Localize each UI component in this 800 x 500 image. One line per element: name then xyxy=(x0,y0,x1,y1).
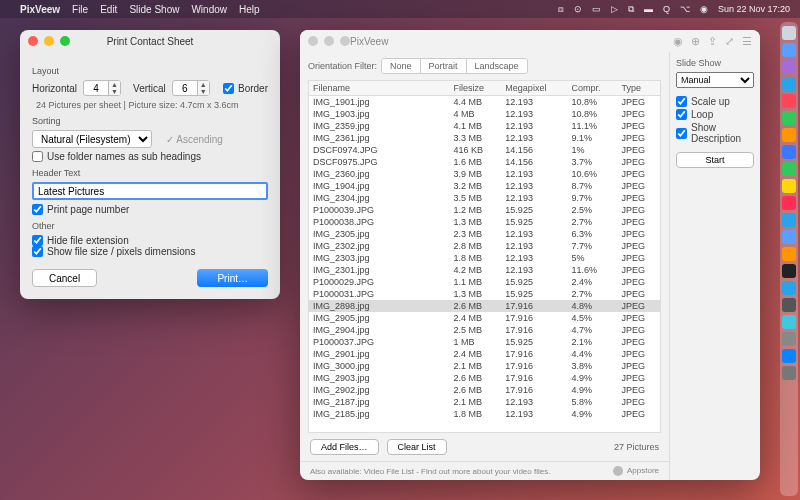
menu-window[interactable]: Window xyxy=(191,4,227,15)
border-checkbox-input[interactable] xyxy=(223,83,234,94)
dock[interactable] xyxy=(780,22,798,496)
dock-app-icon[interactable] xyxy=(782,26,796,40)
minimize-button[interactable] xyxy=(324,36,334,46)
table-row[interactable]: IMG_2904.jpg2.5 MB17.9164.7%JPEG xyxy=(309,324,660,336)
table-row[interactable]: IMG_2305.jpg2.3 MB12.1936.3%JPEG xyxy=(309,228,660,240)
clock[interactable]: Sun 22 Nov 17:20 xyxy=(718,4,790,14)
menu-slideshow[interactable]: Slide Show xyxy=(129,4,179,15)
dock-app-icon[interactable] xyxy=(782,281,796,295)
play-icon[interactable]: ▷ xyxy=(611,4,618,14)
zoom-button[interactable] xyxy=(340,36,350,46)
print-button[interactable]: Print… xyxy=(197,269,268,287)
dock-app-icon[interactable] xyxy=(782,315,796,329)
col-compr.[interactable]: Compr. xyxy=(568,81,618,96)
menu-app[interactable]: PixVeew xyxy=(20,4,60,15)
siri-icon[interactable]: ◉ xyxy=(700,4,708,14)
subheadings-checkbox-input[interactable] xyxy=(32,151,43,162)
dock-app-icon[interactable] xyxy=(782,111,796,125)
menu-edit[interactable]: Edit xyxy=(100,4,117,15)
dock-app-icon[interactable] xyxy=(782,145,796,159)
scaleup-checkbox[interactable]: Scale up xyxy=(676,96,754,107)
col-megapixel[interactable]: Megapixel xyxy=(501,81,567,96)
table-row[interactable]: IMG_2359.jpg4.1 MB12.19311.1%JPEG xyxy=(309,120,660,132)
expand-icon[interactable]: ⤢ xyxy=(725,35,734,48)
dock-app-icon[interactable] xyxy=(782,264,796,278)
table-row[interactable]: P1000031.JPG1.3 MB15.9252.7%JPEG xyxy=(309,288,660,300)
table-row[interactable]: IMG_2301.jpg4.2 MB12.19311.6%JPEG xyxy=(309,264,660,276)
cancel-button[interactable]: Cancel xyxy=(32,269,97,287)
menu-help[interactable]: Help xyxy=(239,4,260,15)
dropbox-icon[interactable]: ⧈ xyxy=(558,4,564,15)
status-icon[interactable]: ⊙ xyxy=(574,4,582,14)
col-filesize[interactable]: Filesize xyxy=(449,81,501,96)
control-center-icon[interactable]: ⌥ xyxy=(680,4,690,14)
pagenum-checkbox-input[interactable] xyxy=(32,204,43,215)
dock-app-icon[interactable] xyxy=(782,162,796,176)
eye-icon[interactable]: ◉ xyxy=(673,35,683,48)
table-row[interactable]: IMG_2304.jpg3.5 MB12.1939.7%JPEG xyxy=(309,192,660,204)
table-row[interactable]: IMG_2187.jpg2.1 MB12.1935.8%JPEG xyxy=(309,396,660,408)
search-icon[interactable]: Q xyxy=(663,4,670,14)
minimize-button[interactable] xyxy=(44,36,54,46)
table-row[interactable]: IMG_1904.jpg3.2 MB12.1938.7%JPEG xyxy=(309,180,660,192)
table-row[interactable]: IMG_1903.jpg4 MB12.19310.8%JPEG xyxy=(309,108,660,120)
dock-app-icon[interactable] xyxy=(782,43,796,57)
dock-app-icon[interactable] xyxy=(782,349,796,363)
table-row[interactable]: IMG_3000.jpg2.1 MB17.9163.8%JPEG xyxy=(309,360,660,372)
appstore-link[interactable]: Appstore xyxy=(613,466,659,476)
table-row[interactable]: IMG_2898.jpg2.6 MB17.9164.8%JPEG xyxy=(309,300,660,312)
add-files-button[interactable]: Add Files… xyxy=(310,439,379,455)
dock-app-icon[interactable] xyxy=(782,196,796,210)
dock-app-icon[interactable] xyxy=(782,230,796,244)
col-filename[interactable]: Filename xyxy=(309,81,449,96)
zoom-button[interactable] xyxy=(60,36,70,46)
hideext-checkbox[interactable]: Hide file extension xyxy=(32,235,268,246)
horizontal-stepper[interactable]: ▲▼ xyxy=(83,80,121,96)
slideshow-mode-select[interactable]: Manual xyxy=(676,72,754,88)
table-row[interactable]: P1000039.JPG1.2 MB15.9252.5%JPEG xyxy=(309,204,660,216)
close-button[interactable] xyxy=(308,36,318,46)
showdesc-checkbox[interactable]: Show Description xyxy=(676,122,754,144)
dock-app-icon[interactable] xyxy=(782,179,796,193)
showsize-checkbox-input[interactable] xyxy=(32,246,43,257)
pagenum-checkbox[interactable]: Print page number xyxy=(32,204,268,215)
stepper-arrows-icon[interactable]: ▲▼ xyxy=(197,81,209,95)
start-button[interactable]: Start xyxy=(676,152,754,168)
menu-file[interactable]: File xyxy=(72,4,88,15)
vertical-input[interactable] xyxy=(173,83,197,94)
display-icon[interactable]: ▭ xyxy=(592,4,601,14)
orientation-segmented[interactable]: None Portrait Landscape xyxy=(381,58,528,74)
table-row[interactable]: DSCF0975.JPG1.6 MB14.1563.7%JPEG xyxy=(309,156,660,168)
dock-app-icon[interactable] xyxy=(782,60,796,74)
sort-combo[interactable]: Natural (Filesystem) xyxy=(32,130,152,148)
dock-app-icon[interactable] xyxy=(782,77,796,91)
col-type[interactable]: Type xyxy=(617,81,660,96)
add-icon[interactable]: ⊕ xyxy=(691,35,700,48)
table-row[interactable]: IMG_2360.jpg3.9 MB12.19310.6%JPEG xyxy=(309,168,660,180)
table-row[interactable]: IMG_2902.jpg2.6 MB17.9164.9%JPEG xyxy=(309,384,660,396)
stepper-arrows-icon[interactable]: ▲▼ xyxy=(108,81,120,95)
close-button[interactable] xyxy=(28,36,38,46)
seg-none[interactable]: None xyxy=(382,59,421,73)
header-text-input[interactable] xyxy=(32,182,268,200)
dock-app-icon[interactable] xyxy=(782,247,796,261)
vertical-stepper[interactable]: ▲▼ xyxy=(172,80,210,96)
table-row[interactable]: IMG_2903.jpg2.6 MB17.9164.9%JPEG xyxy=(309,372,660,384)
clear-list-button[interactable]: Clear List xyxy=(387,439,447,455)
share-icon[interactable]: ⇪ xyxy=(708,35,717,48)
horizontal-input[interactable] xyxy=(84,83,108,94)
subheadings-checkbox[interactable]: Use folder names as sub headings xyxy=(32,151,268,162)
dock-app-icon[interactable] xyxy=(782,128,796,142)
dock-app-icon[interactable] xyxy=(782,213,796,227)
table-row[interactable]: IMG_2303.jpg1.8 MB12.1935%JPEG xyxy=(309,252,660,264)
border-checkbox[interactable]: Border xyxy=(223,83,268,94)
battery-icon[interactable]: ▬ xyxy=(644,4,653,14)
seg-landscape[interactable]: Landscape xyxy=(467,59,527,73)
dock-app-icon[interactable] xyxy=(782,298,796,312)
dock-app-icon[interactable] xyxy=(782,94,796,108)
wifi-icon[interactable]: ⧉ xyxy=(628,4,634,15)
table-row[interactable]: IMG_2901.jpg2.4 MB17.9164.4%JPEG xyxy=(309,348,660,360)
table-row[interactable]: IMG_2185.jpg1.8 MB12.1934.9%JPEG xyxy=(309,408,660,420)
seg-portrait[interactable]: Portrait xyxy=(421,59,467,73)
loop-checkbox[interactable]: Loop xyxy=(676,109,754,120)
